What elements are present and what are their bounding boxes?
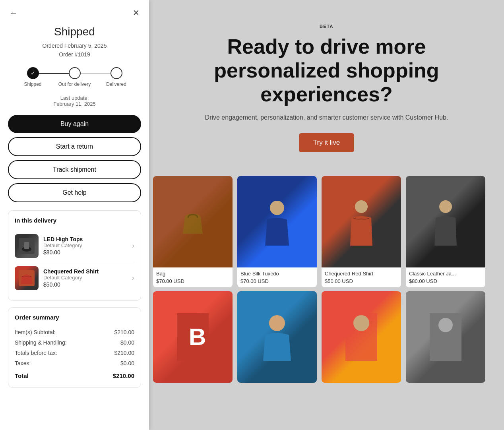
product-image <box>322 176 401 267</box>
product-grid-row1: Bag $70.00 USD Blue Silk Tuxedo $70.00 U… <box>149 168 504 291</box>
product-image <box>153 176 233 267</box>
svg-text:B: B <box>189 323 206 350</box>
product-image <box>237 176 317 267</box>
product-item-led[interactable]: LED High Tops Default Category $80.00 › <box>15 230 134 262</box>
store-background: BETA Ready to drive more personalized sh… <box>149 0 504 430</box>
product-name: Classic Leather Ja... <box>406 267 485 277</box>
try-it-live-button[interactable]: Try it live <box>299 133 354 152</box>
product-image <box>322 291 401 383</box>
product-price: $70.00 USD <box>153 277 233 287</box>
product-item-name-shirt: Chequered Red Shirt <box>43 268 127 275</box>
product-price: $70.00 USD <box>237 277 317 287</box>
last-update-date: February 11, 2025 <box>53 101 95 107</box>
track-shipment-button[interactable]: Track shipment <box>8 160 141 179</box>
chevron-right-icon: › <box>132 274 134 282</box>
last-update: Last update: February 11, 2025 <box>0 95 149 107</box>
product-image <box>406 176 485 267</box>
summary-label-before-tax: Totals before tax: <box>15 350 57 356</box>
product-name: Bag <box>153 267 233 277</box>
tracker-circle-shipped: ✓ <box>27 67 39 79</box>
product-item-name-led: LED High Tops <box>43 236 127 242</box>
summary-value-total: $210.00 <box>113 372 134 379</box>
product-price: $80.00 USD <box>406 277 485 287</box>
tracker-line-1 <box>33 73 75 74</box>
start-return-button[interactable]: Start a return <box>8 137 141 156</box>
product-details-shirt: Chequered Red Shirt Default Category $50… <box>43 268 127 288</box>
summary-label-subtotal: Item(s) Subtotal: <box>15 329 56 335</box>
product-item-cat-shirt: Default Category <box>43 275 127 281</box>
product-image <box>406 291 485 383</box>
product-card[interactable]: Blue Silk Tuxedo $70.00 USD <box>237 176 317 287</box>
order-summary-title: Order summary <box>15 314 134 321</box>
tracker-step-delivered: Delivered <box>95 67 137 87</box>
tracker-circle-out <box>69 67 81 79</box>
product-item-price-led: $80.00 <box>43 249 127 256</box>
product-image <box>237 291 317 383</box>
svg-point-2 <box>355 200 368 213</box>
summary-row-subtotal: Item(s) Subtotal: $210.00 <box>15 327 134 337</box>
product-details-led: LED High Tops Default Category $80.00 <box>43 236 127 256</box>
tracker-step-shipped: ✓ Shipped <box>12 67 54 87</box>
store-headline: Ready to drive more personalized shoppin… <box>188 35 466 106</box>
summary-row-taxes: Taxes: $0.00 <box>15 358 134 368</box>
product-item-shirt[interactable]: Chequered Red Shirt Default Category $50… <box>15 262 134 294</box>
close-button[interactable]: ✕ <box>131 6 141 19</box>
progress-tracker: ✓ Shipped Out for delivery Delivered <box>0 67 149 87</box>
product-thumbnail-led <box>15 234 39 258</box>
delivery-section-title: In this delivery <box>15 217 134 224</box>
product-name: Chequered Red Shirt <box>322 267 401 277</box>
tracker-line-2 <box>75 73 116 74</box>
summary-row-total: Total $210.00 <box>15 368 134 381</box>
panel-header: ← ✕ <box>0 0 149 25</box>
action-buttons: Buy again Start a return Track shipment … <box>0 115 149 202</box>
product-item-cat-led: Default Category <box>43 242 127 248</box>
summary-row-shipping: Shipping & Handling: $0.00 <box>15 337 134 348</box>
tracker-circle-delivered <box>110 67 122 79</box>
tracker-label-shipped: Shipped <box>24 81 41 87</box>
product-card[interactable]: Classic Leather Ja... $80.00 USD <box>406 176 485 287</box>
summary-value-shipping: $0.00 <box>120 339 134 346</box>
order-number: Order #1019 <box>0 50 149 59</box>
product-card[interactable]: B <box>153 291 233 383</box>
back-button[interactable]: ← <box>8 7 19 19</box>
product-card[interactable]: Bag $70.00 USD <box>153 176 233 287</box>
product-card[interactable] <box>322 291 401 383</box>
product-card[interactable] <box>237 291 317 383</box>
svg-point-8 <box>353 315 369 331</box>
get-help-button[interactable]: Get help <box>8 183 141 202</box>
chevron-right-icon: › <box>132 242 134 250</box>
store-hero: BETA Ready to drive more personalized sh… <box>149 0 504 168</box>
product-thumbnail-shirt <box>15 266 39 290</box>
summary-value-before-tax: $210.00 <box>114 350 134 356</box>
order-panel: ← ✕ Shipped Ordered February 5, 2025 Ord… <box>0 0 149 430</box>
buy-again-button[interactable]: Buy again <box>8 115 141 133</box>
product-item-price-shirt: $50.00 <box>43 281 127 288</box>
order-status-title: Shipped <box>0 25 149 38</box>
summary-value-subtotal: $210.00 <box>114 329 134 335</box>
delivery-section: In this delivery LED High Tops Default C… <box>8 210 141 301</box>
product-card[interactable]: Chequered Red Shirt $50.00 USD <box>322 176 401 287</box>
summary-row-before-tax: Totals before tax: $210.00 <box>15 348 134 358</box>
tracker-label-delivered: Delivered <box>106 81 126 87</box>
last-update-label: Last update: <box>60 95 89 101</box>
svg-point-10 <box>438 318 453 332</box>
order-date: Ordered February 5, 2025 <box>0 41 149 50</box>
product-image: B <box>153 291 233 383</box>
summary-label-taxes: Taxes: <box>15 360 31 366</box>
svg-point-6 <box>269 315 285 331</box>
store-subtext: Drive engagement, personalization, and s… <box>165 114 488 121</box>
beta-badge: BETA <box>165 24 488 29</box>
summary-label-total: Total <box>15 372 29 379</box>
product-grid-row2: B <box>149 291 504 383</box>
product-price: $50.00 USD <box>322 277 401 287</box>
order-info: Ordered February 5, 2025 Order #1019 <box>0 41 149 59</box>
summary-value-taxes: $0.00 <box>120 360 134 366</box>
svg-point-1 <box>270 201 284 215</box>
tracker-label-out: Out for delivery <box>58 81 91 87</box>
product-card[interactable] <box>406 291 485 383</box>
product-name: Blue Silk Tuxedo <box>237 267 317 277</box>
svg-rect-13 <box>24 242 29 249</box>
summary-label-shipping: Shipping & Handling: <box>15 339 67 346</box>
tracker-step-out: Out for delivery <box>54 67 95 87</box>
order-summary-section: Order summary Item(s) Subtotal: $210.00 … <box>8 307 141 388</box>
